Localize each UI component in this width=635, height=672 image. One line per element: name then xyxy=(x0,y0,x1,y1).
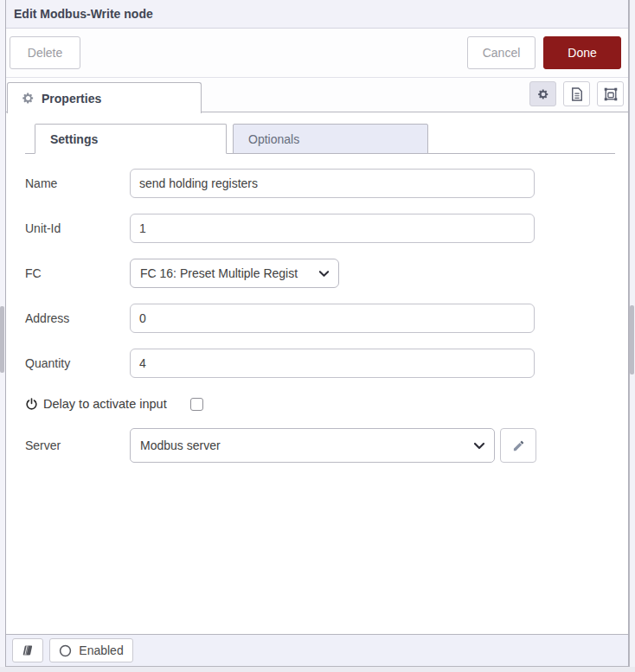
address-input[interactable] xyxy=(130,304,535,333)
unit-id-label: Unit-Id xyxy=(25,221,130,235)
quantity-row: Quantity xyxy=(25,349,615,378)
gear-icon xyxy=(22,92,35,105)
tab-optionals-label: Optionals xyxy=(248,132,299,146)
select-nodes-button[interactable] xyxy=(597,81,624,106)
properties-tab-label: Properties xyxy=(42,92,101,106)
enabled-toggle-button[interactable]: Enabled xyxy=(49,638,133,662)
name-input[interactable] xyxy=(130,169,535,198)
server-select[interactable]: Modbus server xyxy=(130,428,495,463)
power-icon xyxy=(25,397,38,411)
properties-actions xyxy=(529,81,624,106)
enabled-label: Enabled xyxy=(79,643,123,657)
dialog-content: Settings Optionals Name Unit-Id FC xyxy=(6,112,628,634)
quantity-label: Quantity xyxy=(25,356,130,370)
gear-icon xyxy=(537,88,549,100)
server-edit-button[interactable] xyxy=(500,428,536,463)
server-label: Server xyxy=(25,438,130,452)
unit-id-row: Unit-Id xyxy=(25,214,615,243)
delay-row: Delay to activate input xyxy=(25,394,615,414)
node-red-edit-dialog-screen: Edit Modbus-Write node Delete Cancel Don… xyxy=(0,0,635,672)
name-label: Name xyxy=(25,176,130,190)
address-row: Address xyxy=(25,304,615,333)
delete-button[interactable]: Delete xyxy=(10,36,80,69)
fc-select[interactable]: FC 16: Preset Multiple Regist xyxy=(130,259,339,288)
dialog-title: Edit Modbus-Write node xyxy=(14,7,153,21)
right-scrollbar-thumb[interactable] xyxy=(630,305,634,374)
bottom-edge-strip xyxy=(0,667,635,672)
properties-tab-row: Properties xyxy=(6,78,628,112)
name-row: Name xyxy=(25,169,615,198)
edit-node-dialog: Edit Modbus-Write node Delete Cancel Don… xyxy=(5,0,629,667)
delay-label: Delay to activate input xyxy=(43,397,167,411)
address-label: Address xyxy=(25,311,130,325)
cancel-button[interactable]: Cancel xyxy=(467,36,536,69)
book-icon xyxy=(22,644,34,656)
dialog-header: Edit Modbus-Write node xyxy=(6,0,628,29)
chevron-down-icon xyxy=(473,442,485,450)
circle-icon xyxy=(59,644,72,657)
select-nodes-icon xyxy=(604,87,618,101)
pencil-icon xyxy=(512,439,525,452)
settings-form: Name Unit-Id FC FC 16: Preset Multiple R… xyxy=(25,154,615,463)
dialog-toolbar: Delete Cancel Done xyxy=(6,29,628,78)
fc-label: FC xyxy=(25,266,130,280)
description-view-button[interactable] xyxy=(563,81,590,106)
quantity-input[interactable] xyxy=(130,349,535,378)
done-button[interactable]: Done xyxy=(543,36,621,69)
settings-tabs: Settings Optionals xyxy=(25,124,615,154)
doc-icon xyxy=(571,87,583,101)
delay-checkbox[interactable] xyxy=(190,398,203,411)
properties-view-button[interactable] xyxy=(529,81,556,106)
server-select-value: Modbus server xyxy=(140,438,221,452)
chevron-down-icon xyxy=(318,270,330,278)
server-row: Server Modbus server xyxy=(25,428,615,463)
unit-id-input[interactable] xyxy=(130,214,535,243)
tab-properties[interactable]: Properties xyxy=(7,82,202,113)
dialog-footer: Enabled xyxy=(6,634,628,667)
fc-select-value: FC 16: Preset Multiple Regist xyxy=(140,266,298,280)
tab-settings-label: Settings xyxy=(50,132,98,146)
fc-row: FC FC 16: Preset Multiple Regist xyxy=(25,259,615,288)
tab-settings[interactable]: Settings xyxy=(35,124,227,154)
tab-optionals[interactable]: Optionals xyxy=(233,124,428,154)
node-info-button[interactable] xyxy=(12,638,43,662)
left-scrollbar-thumb[interactable] xyxy=(0,306,4,373)
